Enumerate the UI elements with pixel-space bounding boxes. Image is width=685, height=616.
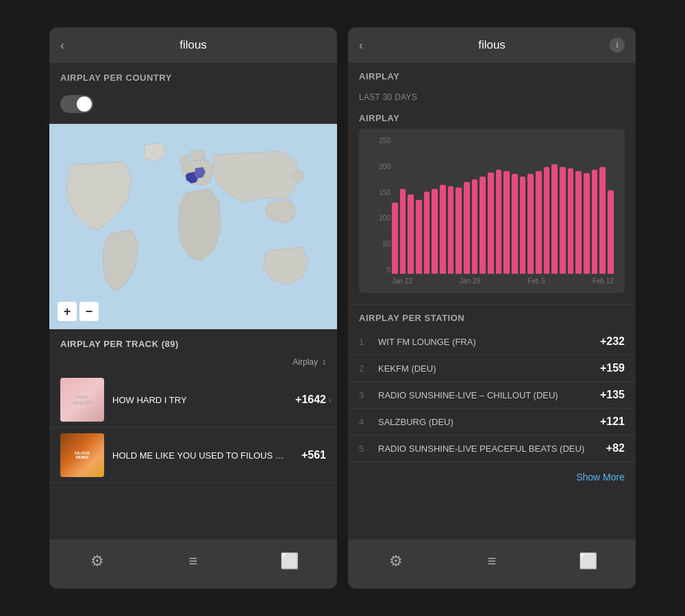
track-item[interactable]: filousJANA EP HOW HARD I TRY +1642 › xyxy=(49,372,337,428)
bars-area xyxy=(392,137,614,274)
station-rank: 4 xyxy=(359,417,373,427)
chart-bar xyxy=(527,174,534,274)
right-bottom-nav: ⚙ ≡ ⬜ xyxy=(348,539,636,589)
sort-label: Airplay xyxy=(292,357,318,367)
track-arrow-1: › xyxy=(328,394,332,405)
y-label-150: 150 xyxy=(370,189,390,196)
stations-list: 1 WIT FM LOUNGE (FRA) +232 2 KEKFM (DEU)… xyxy=(348,329,636,462)
map-zoom-in[interactable]: + xyxy=(58,302,77,321)
chart-bar xyxy=(568,168,574,274)
x-label-jan29: Jan 29 xyxy=(460,277,480,285)
chart-bar xyxy=(608,190,614,274)
square-icon[interactable]: ⬜ xyxy=(275,548,303,575)
right-back-button[interactable]: ‹ xyxy=(359,38,363,53)
track-thumbnail-2: FILOUSREMIX xyxy=(60,433,104,477)
station-name: SALZBURG (DEU) xyxy=(373,417,600,427)
map-zoom-out[interactable]: − xyxy=(79,302,99,321)
track-info-1: HOW HARD I TRY xyxy=(104,394,295,406)
left-back-button[interactable]: ‹ xyxy=(60,38,64,53)
y-label-50: 50 xyxy=(370,240,390,248)
chart-bar xyxy=(551,164,558,274)
chart-bar xyxy=(480,177,486,274)
airplay-label: AIRPLAY xyxy=(359,71,399,81)
show-more-button[interactable]: Show More xyxy=(348,462,636,492)
chart-title: AIRPLAY xyxy=(359,113,625,123)
station-item[interactable]: 3 RADIO SUNSHINE-LIVE – CHILLOUT (DEU) +… xyxy=(348,382,636,409)
right-panel: ‹ filous i AIRPLAY LAST 30 DAYS AIRPLAY … xyxy=(348,27,636,589)
station-name: RADIO SUNSHINE-LIVE – CHILLOUT (DEU) xyxy=(373,390,600,400)
info-button[interactable]: i xyxy=(610,38,625,53)
chart-bar xyxy=(456,188,462,274)
right-title: filous xyxy=(478,38,506,52)
menu-icon[interactable]: ≡ xyxy=(179,548,207,575)
sort-icon[interactable]: ↕ xyxy=(322,357,326,367)
y-axis: 250 200 150 100 50 0 xyxy=(370,137,390,274)
y-label-0: 0 xyxy=(370,266,390,274)
left-panel: ‹ filous AIRPLAY PER COUNTRY xyxy=(49,27,337,589)
track-name-2: HOLD ME LIKE YOU USED TO FILOUS … xyxy=(112,450,284,461)
airplay-per-country-heading: AIRPLAY PER COUNTRY xyxy=(49,63,337,90)
settings-icon[interactable]: ⚙ xyxy=(84,548,111,575)
station-rank: 3 xyxy=(359,390,373,400)
track-count-1: +1642 xyxy=(295,394,326,406)
track-item[interactable]: FILOUSREMIX HOLD ME LIKE YOU USED TO FIL… xyxy=(49,428,337,483)
y-label-250: 250 xyxy=(370,137,390,144)
track-thumbnail-1: filousJANA EP xyxy=(60,378,104,422)
chart-bar xyxy=(448,186,454,274)
chart-bar xyxy=(592,170,598,274)
chart-bar xyxy=(599,167,606,274)
settings-icon-right[interactable]: ⚙ xyxy=(382,548,410,575)
station-count: +135 xyxy=(600,389,625,401)
chart-section: AIRPLAY 250 200 150 100 50 0 Jan xyxy=(348,107,636,304)
chart-bar xyxy=(424,192,430,274)
station-name: RADIO SUNSHINE-LIVE PEACEFUL BEATS (DEU) xyxy=(373,444,606,454)
menu-icon-right[interactable]: ≡ xyxy=(478,548,506,575)
chart-bar xyxy=(536,171,542,274)
station-count: +121 xyxy=(600,415,625,428)
station-name: WIT FM LOUNGE (FRA) xyxy=(373,337,600,347)
airplay-chart: 250 200 150 100 50 0 Jan 22 Jan 29 Feb 5 xyxy=(359,129,625,293)
toggle-row xyxy=(49,90,337,124)
chart-wrap: 250 200 150 100 50 0 Jan 22 Jan 29 Feb 5 xyxy=(370,137,614,287)
track-name-1: HOW HARD I TRY xyxy=(112,395,187,405)
track-thumb-text-1: filousJANA EP xyxy=(73,394,92,406)
station-rank: 1 xyxy=(359,337,373,347)
map-toggle[interactable] xyxy=(60,95,93,113)
chart-bar xyxy=(520,177,526,274)
right-header: ‹ filous i xyxy=(348,27,636,63)
chart-bar xyxy=(512,174,518,274)
x-label-jan22: Jan 22 xyxy=(392,277,412,285)
chart-bar xyxy=(440,185,446,274)
chart-bar xyxy=(416,200,422,274)
y-label-100: 100 xyxy=(370,214,390,222)
station-item[interactable]: 2 KEKFM (DEU) +159 xyxy=(348,355,636,382)
left-title: filous xyxy=(179,38,207,52)
chart-bar xyxy=(544,167,550,274)
y-label-200: 200 xyxy=(370,163,390,170)
station-item[interactable]: 5 RADIO SUNSHINE-LIVE PEACEFUL BEATS (DE… xyxy=(348,435,636,462)
station-item[interactable]: 1 WIT FM LOUNGE (FRA) +232 xyxy=(348,329,636,355)
station-count: +232 xyxy=(600,335,625,348)
chart-bar xyxy=(560,167,566,274)
world-map[interactable]: + − xyxy=(49,124,337,329)
airplay-heading: AIRPLAY xyxy=(348,63,636,90)
chart-bar xyxy=(432,189,438,274)
x-label-feb12: Feb 12 xyxy=(593,277,614,285)
chart-bar xyxy=(464,182,470,274)
chart-bar xyxy=(392,203,398,274)
station-item[interactable]: 4 SALZBURG (DEU) +121 xyxy=(348,409,636,435)
track-count-2: +561 xyxy=(301,449,326,461)
x-label-feb5: Feb 5 xyxy=(527,277,545,285)
station-rank: 5 xyxy=(359,444,373,454)
chart-bar xyxy=(408,194,414,274)
station-name: KEKFM (DEU) xyxy=(373,363,600,374)
track-thumb-text-2: FILOUSREMIX xyxy=(73,450,91,461)
square-icon-right[interactable]: ⬜ xyxy=(574,548,601,575)
chart-bar xyxy=(400,189,406,274)
station-count: +82 xyxy=(606,442,625,454)
station-count: +159 xyxy=(600,362,625,374)
chart-bar xyxy=(496,170,502,274)
map-controls: + − xyxy=(58,302,99,321)
chart-bar xyxy=(584,173,590,274)
airplay-per-track-heading: AIRPLAY PER TRACK (89) xyxy=(49,329,337,355)
